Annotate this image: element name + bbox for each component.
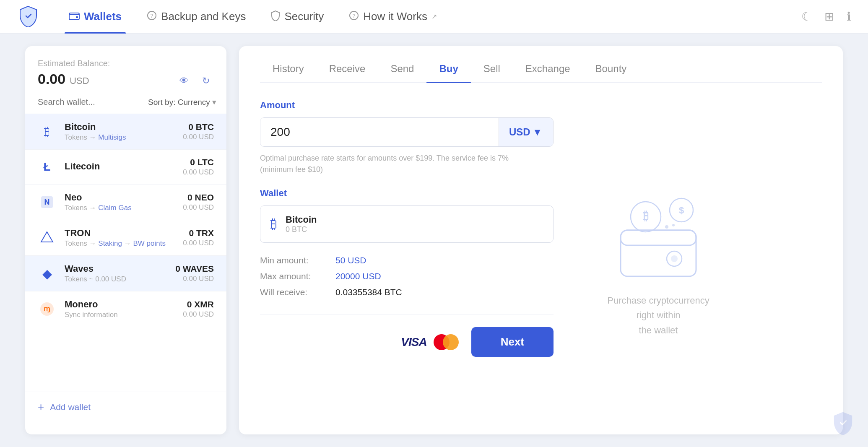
wallets-icon [69, 11, 80, 23]
wallet-item-neo[interactable]: N Neo Tokens → Claim Gas 0 NEO 0.00 USD [25, 184, 226, 220]
balance-currency: USD [70, 75, 89, 86]
neo-sub: Tokens → Claim Gas [65, 204, 183, 212]
tab-sell[interactable]: Sell [471, 59, 513, 82]
tron-usd: 0.00 USD [183, 239, 214, 247]
logo[interactable] [17, 5, 48, 29]
nav-security-label: Security [284, 10, 324, 23]
bitcoin-usd: 0.00 USD [183, 133, 214, 141]
grid-icon[interactable]: ⊞ [824, 10, 834, 23]
bottom-logo [830, 410, 855, 437]
bitcoin-crypto: 0 BTC [183, 122, 214, 132]
amount-row: USD ▾ [260, 117, 554, 147]
receive-value: 0.03355384 BTC [335, 287, 402, 297]
wallet-section-label: Wallet [260, 188, 554, 199]
tab-send[interactable]: Send [378, 59, 426, 82]
bitcoin-name: Bitcoin [65, 122, 183, 133]
wallet-item-waves[interactable]: ◆ Waves Tokens ~ 0.00 USD 0 WAVES 0.00 U… [25, 255, 226, 291]
tab-history[interactable]: History [260, 59, 317, 82]
waves-info: Waves Tokens ~ 0.00 USD [65, 263, 175, 283]
nav-item-how-it-works[interactable]: ? How it Works ↗ [345, 0, 441, 34]
tab-bounty[interactable]: Bounty [583, 59, 639, 82]
security-icon [271, 10, 280, 23]
info-icon[interactable]: ℹ [847, 10, 851, 23]
svg-text:$: $ [679, 205, 684, 216]
wallet-item-litecoin[interactable]: Ł Litecoin 0 LTC 0.00 USD [25, 149, 226, 184]
wallet-selector[interactable]: ₿ Bitcoin 0 BTC [260, 205, 554, 243]
eye-icon[interactable]: 👁 [176, 73, 192, 89]
next-button[interactable]: Next [471, 327, 554, 357]
add-plus-icon: + [38, 400, 44, 413]
how-it-works-icon: ? [349, 10, 359, 23]
neo-amounts: 0 NEO 0.00 USD [183, 192, 214, 212]
divider [260, 314, 554, 314]
bottom-actions: VISA Next [260, 327, 554, 357]
waves-crypto: 0 WAVES [175, 264, 214, 274]
max-label: Max amount: [260, 271, 327, 281]
monero-usd: 0.00 USD [183, 310, 214, 319]
svg-point-19 [665, 225, 668, 229]
external-link-icon: ↗ [431, 13, 437, 21]
tab-exchange[interactable]: Exchange [513, 59, 583, 82]
svg-text:?: ? [151, 13, 153, 19]
svg-marker-8 [41, 232, 53, 242]
min-label: Min amount: [260, 255, 327, 265]
nav-item-backup[interactable]: ? Backup and Keys [143, 0, 250, 34]
main-area: Estimated Balance: 0.00 USD 👁 ↻ Sort by:… [0, 34, 868, 447]
neo-icon: N [38, 193, 56, 211]
sidebar: Estimated Balance: 0.00 USD 👁 ↻ Sort by:… [25, 46, 226, 434]
monero-crypto: 0 XMR [183, 299, 214, 309]
wallet-item-monero[interactable]: ɱ Monero Sync information 0 XMR 0.00 USD [25, 291, 226, 327]
wallet-list: ₿ Bitcoin Tokens → Multisigs 0 BTC 0.00 … [25, 114, 226, 392]
svg-rect-0 [69, 13, 79, 20]
monero-info: Monero Sync information [65, 299, 183, 319]
tron-crypto: 0 TRX [183, 228, 214, 238]
currency-select[interactable]: USD ▾ [499, 118, 553, 146]
waves-sub: Tokens ~ 0.00 USD [65, 275, 175, 283]
nav-right-controls: ☾ ⊞ ℹ [801, 10, 851, 23]
info-rows: Min amount: 50 USD Max amount: 20000 USD… [260, 255, 554, 297]
theme-toggle-icon[interactable]: ☾ [801, 10, 812, 23]
neo-crypto: 0 NEO [183, 192, 214, 203]
balance-amount: 0.00 [38, 71, 65, 87]
svg-point-14 [671, 255, 678, 262]
tron-info: TRON Tokens → Staking → BW points [65, 228, 183, 248]
waves-icon: ◆ [38, 264, 56, 283]
nav-how-label: How it Works [363, 10, 427, 23]
nav-item-security[interactable]: Security [267, 0, 328, 34]
svg-text:ɱ: ɱ [44, 305, 50, 312]
wallet-illustration: ₿ $ [608, 197, 709, 281]
wallet-item-bitcoin[interactable]: ₿ Bitcoin Tokens → Multisigs 0 BTC 0.00 … [25, 114, 226, 149]
receive-row: Will receive: 0.03355384 BTC [260, 287, 554, 297]
tron-name: TRON [65, 228, 183, 239]
search-input[interactable] [38, 97, 144, 107]
nav-backup-label: Backup and Keys [161, 10, 246, 23]
nav-item-wallets[interactable]: Wallets [65, 0, 126, 34]
hint-text: Optimal purchase rate starts for amounts… [260, 153, 554, 175]
svg-text:₿: ₿ [643, 210, 649, 223]
svg-rect-1 [76, 16, 78, 18]
illustration-text: Purchase cryptocurrency right withinthe … [600, 293, 717, 338]
amount-input[interactable] [260, 118, 499, 146]
litecoin-info: Litecoin [65, 161, 183, 173]
bitcoin-sub: Tokens → Multisigs [65, 133, 183, 142]
mastercard-icon [434, 334, 459, 350]
sort-label[interactable]: Sort by: Currency ▾ [148, 97, 216, 107]
litecoin-crypto: 0 LTC [183, 157, 214, 167]
monero-amounts: 0 XMR 0.00 USD [183, 299, 214, 319]
visa-icon: VISA [401, 335, 426, 349]
bitcoin-selector-icon: ₿ [270, 216, 277, 232]
bitcoin-amounts: 0 BTC 0.00 USD [183, 122, 214, 141]
nav-wallets-label: Wallets [84, 10, 122, 23]
neo-info: Neo Tokens → Claim Gas [65, 192, 183, 212]
add-wallet-button[interactable]: + Add wallet [25, 392, 226, 422]
tab-receive[interactable]: Receive [317, 59, 378, 82]
balance-icons: 👁 ↻ [176, 73, 214, 89]
payment-icons: VISA [401, 334, 458, 350]
buy-illustration: ₿ $ Purchase cryptocurrency right within… [579, 100, 738, 422]
wallet-item-tron[interactable]: TRON Tokens → Staking → BW points 0 TRX … [25, 220, 226, 255]
tab-buy[interactable]: Buy [426, 59, 470, 82]
refresh-icon[interactable]: ↻ [198, 73, 214, 89]
backup-icon: ? [147, 10, 157, 23]
svg-text:N: N [44, 198, 50, 206]
topnav: Wallets ? Backup and Keys Security ? How… [0, 0, 868, 34]
